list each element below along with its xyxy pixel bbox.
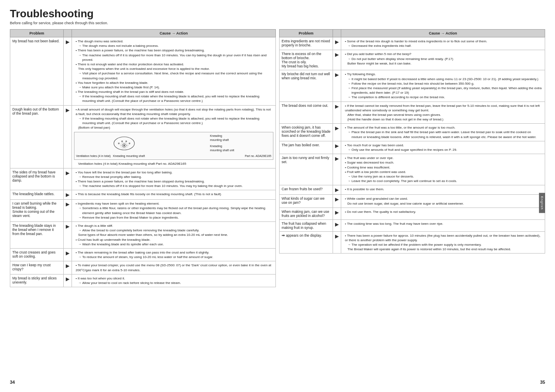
cause-bullet: • If the bread cannot be easily removed … — [345, 104, 543, 113]
arrow-cell: ▶ — [64, 248, 72, 261]
right-problem-header: Problem — [280, 30, 333, 37]
problem-cell: The fruit has collapsed when making frui… — [280, 219, 333, 231]
arrow-cell: ▶ — [333, 185, 341, 195]
arrow-icon: ▶ — [335, 210, 339, 215]
cause-sub-item: If the kneading mounting shaft does not … — [78, 116, 273, 125]
cause-bullet: • There is not enough water and the moto… — [76, 62, 273, 67]
bread-pan-diagram — [113, 136, 136, 151]
cause-cell: • The steam remaining in the bread after… — [72, 248, 276, 261]
svg-point-3 — [125, 141, 127, 142]
arrow-icon: ▶ — [66, 201, 69, 207]
right-column: Problem Cause → Action Extra ingredients… — [279, 29, 545, 376]
cause-bullet: • You have left the bread in the bread p… — [76, 170, 273, 175]
arrow-cell: ▶ — [333, 37, 341, 50]
cause-sub-item: Allow your bread to cool on rack before … — [78, 281, 273, 285]
cause-sub-item: First place the measured yeast (If addin… — [347, 86, 543, 95]
table-row: Jam is too runny and not firmly set.▶• T… — [280, 154, 545, 185]
cause-text: (Hold the handle down so that it does no… — [343, 117, 543, 122]
problem-cell: The kneading blade stays in the bread wh… — [10, 222, 64, 249]
arrow-cell: ▶ — [333, 195, 341, 208]
cause-bullet: • You have forgotten to attach the knead… — [76, 81, 273, 85]
cause-cell: • If the bread cannot be easily removed … — [341, 101, 545, 124]
arrow-icon: ▶ — [335, 233, 339, 239]
problem-cell: The kneading blade rattles. — [10, 190, 64, 200]
cause-bullet: • Cooking time was insufficient. — [345, 165, 543, 170]
table-row: When making jam, can we use fruits are p… — [280, 208, 545, 219]
table-row: The crust creases and goes soft on cooli… — [10, 248, 276, 261]
cause-cell: • Ingredients may have been spilt on the… — [72, 200, 276, 222]
cause-bullet: • It is possible to use them. — [345, 187, 543, 191]
diagram-footer: Ventilation holes (4 in total) Kneading … — [76, 154, 271, 158]
arrow-cell: ▶ — [64, 168, 72, 190]
cause-bullet: • White caster and granulated can be use… — [345, 196, 543, 201]
table-row: The kneading blade stays in the bread wh… — [10, 222, 276, 249]
problem-cell: What kinds of sugar can we use on jam? — [280, 195, 333, 208]
cause-cell: • This is because the kneading blade fit… — [72, 190, 276, 200]
cause-bullet: • The dough is a little stiff. — [76, 224, 273, 228]
arrow-icon: ▶ — [335, 72, 339, 78]
left-arrow-header — [64, 30, 72, 37]
arrow-icon: ▶ — [66, 276, 69, 282]
cause-bullet: • The amount of the fruit was a too litt… — [345, 125, 543, 130]
arrow-cell: ▶ — [333, 231, 341, 254]
cause-cell: • A small amount of dough will escape th… — [72, 105, 276, 168]
cause-bullet: • Do not use them. The quality is not sa… — [345, 210, 543, 214]
cause-sub-item: Remove the bread pan from the Bread Make… — [78, 215, 273, 220]
problem-cell: There is excess oil on the bottom of bri… — [280, 50, 333, 70]
arrow-icon: ▶ — [335, 187, 339, 193]
cause-sub-item: Wash the kneading blade and its spindle … — [78, 242, 273, 247]
cause-text: This only happens when the unit is overl… — [74, 67, 273, 71]
english-tab: English — [539, 193, 545, 213]
problem-cell: The crust creases and goes soft on cooli… — [10, 248, 64, 261]
arrow-cell: ▶ — [333, 101, 341, 124]
arrow-cell: ▶ — [64, 261, 72, 274]
arrow-icon: ▶ — [335, 156, 339, 161]
cause-bullet: • Ingredients may have been spilt on the… — [76, 201, 273, 206]
cause-cell: • Try following things.It might be baked… — [341, 70, 545, 101]
table-row: I can smell burning while the bread is b… — [10, 200, 276, 222]
svg-point-2 — [121, 141, 123, 142]
cause-sub-item: Do not put butter when display show rema… — [347, 57, 543, 61]
cause-cell: • White caster and granulated can be use… — [341, 195, 545, 208]
arrow-cell: ▶ — [333, 124, 341, 141]
page-wrapper: Troubleshooting Before calling for servi… — [0, 0, 555, 392]
arrow-icon: ▶ — [66, 107, 69, 113]
cause-text: (Bottom of bread pan) — [74, 125, 273, 130]
cause-text: Ventilation holes (4 in total) Kneading … — [74, 161, 273, 166]
cause-bullet: • The steam remaining in the bread after… — [76, 250, 273, 255]
cause-bullet: • Too much fruit or sugar has been used. — [345, 143, 543, 148]
arrow-cell: ▶ — [64, 190, 72, 200]
cause-sub-item: Decreased the extra ingredients into hal… — [347, 44, 543, 48]
left-column: Problem Cause → Action My bread has not … — [10, 29, 276, 376]
cause-sub-item: It might be baked better if yeast is dec… — [347, 77, 543, 81]
cause-cell: • The fruit was under or over ripe.• Sug… — [341, 154, 545, 185]
cause-cell: • The dough is a little stiff.Allow the … — [72, 222, 276, 249]
table-row: When cooking jam, it has scorched or the… — [280, 124, 545, 141]
problem-cell: I can smell burning while the bread is b… — [10, 200, 64, 222]
cause-sub-item: The dough menu does not include a baking… — [78, 44, 273, 48]
cause-cell: • It is possible to use them. — [341, 185, 545, 195]
problem-cell: My brioche did not turn out well when us… — [280, 70, 333, 101]
table-row: The bread does not come out.▶• If the br… — [280, 101, 545, 124]
cause-bullet: • It was too hot when you sliced it. — [76, 276, 273, 281]
cause-cell: • Too much fruit or sugar has been used.… — [341, 141, 545, 154]
cause-bullet: • There has been a power failure, or the… — [76, 48, 273, 53]
cause-cell: • The dough menu was selected.The dough … — [72, 37, 276, 106]
cause-bullet: • There has been a power failure for app… — [345, 233, 543, 242]
cause-text: Butter flavor might be weak, but it can … — [343, 61, 543, 66]
main-content: Problem Cause → Action My bread has not … — [10, 29, 545, 376]
cause-sub-item: The machine switches off if it is stoppe… — [78, 184, 273, 188]
table-row: Can frozen fruits be used?▶• It is possi… — [280, 185, 545, 195]
page-num-left: 34 — [10, 380, 15, 385]
arrow-icon: ▶ — [335, 39, 339, 45]
left-problem-header: Problem — [10, 30, 64, 37]
table-row: The fruit has collapsed when making frui… — [280, 219, 545, 231]
cause-sub-item: Remove the bread promptly after baking. — [78, 175, 273, 179]
cause-cell: • Do not use them. The quality is not sa… — [341, 208, 545, 219]
diagram-box: Kneading mounting shaft Kneading mountin… — [74, 132, 273, 160]
cause-cell: • Some of the bread mix dough is harder … — [341, 37, 545, 50]
table-row: How can I keep my crust crispy?▶• To mak… — [10, 261, 276, 274]
cause-bullet: • Fruit with a low pectin content was us… — [345, 170, 543, 174]
cause-sub-item: Make sure you attach the kneading blade … — [78, 85, 273, 90]
arrow-cell: ▶ — [333, 208, 341, 219]
